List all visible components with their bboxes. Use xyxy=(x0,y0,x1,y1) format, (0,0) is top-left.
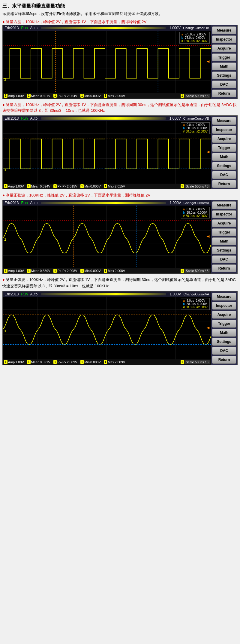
osc1-measure-button[interactable]: Measure xyxy=(212,26,236,34)
osc2-cursor-info: a0.0us2.000V b30.0us0.000V # 30.0us#2.00… xyxy=(181,122,210,134)
osc3-inspector-button[interactable]: Inspector xyxy=(212,210,236,218)
svg-text:1: 1 xyxy=(4,238,7,242)
osc2-footer-mean: 1 Mean 0.594V xyxy=(27,184,50,188)
osc3-dac-button[interactable]: DAC xyxy=(212,255,236,263)
osc2-bullet-container: ● 测量方波，100KHz，峰峰值 2V，直流偏移 1V，下面是垂直测量，测得周… xyxy=(2,102,238,114)
osc3-header: Eric2013 Run Auto 1.000V ChangeCursorVA xyxy=(3,200,211,206)
osc2-footer-min: 1 Min 0.000V xyxy=(80,184,101,188)
osc3-label: Eric2013 xyxy=(4,201,19,205)
osc4-pkpk-val: 2.009V xyxy=(67,360,77,364)
osc2-waveform-svg: 1 ◄ xyxy=(3,121,211,184)
osc4-cursor-info: a8.0us2.000V b38.0us0.000V # 30.0us#2.00… xyxy=(181,298,210,310)
osc1-math-button[interactable]: Math xyxy=(212,63,236,70)
svg-text:1: 1 xyxy=(4,168,7,172)
osc1-voltage: 1.000V xyxy=(169,26,181,30)
osc1-footer: 1 Amp 1.00V 1 Mean 0.601V 1 Pk-Pk 2.054V… xyxy=(3,93,211,99)
osc4-acquire-button[interactable]: Acquire xyxy=(212,311,236,319)
osc2-acquire-button[interactable]: Acquire xyxy=(212,135,236,143)
osc1-return-button[interactable]: Return xyxy=(212,90,236,97)
osc2-footer-max: 1 Max 2.015V xyxy=(104,184,125,188)
osc4-measure-button[interactable]: Measure xyxy=(212,293,236,301)
osc1-footer-min: 1 Min 0.000V xyxy=(80,94,101,98)
osc4-cur-b-volt: 0.000V xyxy=(197,302,207,306)
osc4-cur-delta-volt: #2.000V xyxy=(196,306,208,309)
osc1-screen-area: Eric2013 Run Auto 1.000V ChangeCursorHB xyxy=(3,25,211,99)
osc2-measure-button[interactable]: Measure xyxy=(212,117,236,125)
osc1-acquire-button[interactable]: Acquire xyxy=(212,44,236,52)
osc2-math-button[interactable]: Math xyxy=(212,153,236,161)
osc4-return-button[interactable]: Return xyxy=(212,356,236,364)
osc4-cur-b-time: 38.0us xyxy=(187,302,196,306)
osc3-cur-a-volt: 2.000V xyxy=(196,208,205,211)
osc2-buttons: Measure Inspector Acquire Trigger Math S… xyxy=(211,116,237,189)
osc1-settings-button[interactable]: Settings xyxy=(212,72,236,79)
osc4-mean-val: 0.591V xyxy=(40,360,50,364)
osc3-settings-button[interactable]: Settings xyxy=(212,246,236,254)
osc3-acquire-button[interactable]: Acquire xyxy=(212,219,236,227)
osc1-cur-a-volt: 2.000V xyxy=(197,33,206,36)
osc4-timebar xyxy=(41,293,166,295)
osc1-footer-chlabel: 1 Amp 1.00V xyxy=(4,94,24,98)
osc2-cur-delta: # 30.0us xyxy=(183,130,194,133)
osc1-footer-mean: 1 Mean 0.601V xyxy=(27,94,50,98)
osc4-screen-area: Eric2013 Run Auto 1.000V ChangeCursorVA xyxy=(3,291,211,365)
osc1-buttons: Measure Inspector Acquire Trigger Math S… xyxy=(211,25,237,99)
osc1-trigger-button[interactable]: Trigger xyxy=(212,53,236,61)
osc3-return-button[interactable]: Return xyxy=(212,264,236,272)
osc1-inspector-button[interactable]: Inspector xyxy=(212,35,236,43)
osc3-measure-button[interactable]: Measure xyxy=(212,201,236,209)
osc2-voltage: 1.000V xyxy=(170,116,181,121)
osc2-return-button[interactable]: Return xyxy=(212,180,236,188)
osc1-bullet-text: 测量方波，100KHz，峰峰值 2V，直流偏移 1V，下面是水平测量，测得峰峰值… xyxy=(6,20,146,24)
osc4-math-button[interactable]: Math xyxy=(212,329,236,337)
osc4-dac-button[interactable]: DAC xyxy=(212,347,236,355)
osc3-waveform-screen: 1 ◄ a8.0us2.000V b38.0us0.000V # 30.0us#… xyxy=(3,206,211,268)
osc2-trigger-button[interactable]: Trigger xyxy=(212,144,236,152)
osc1-mean-val: 0.601V xyxy=(40,94,50,98)
osc3-cursor-mode: ChangeCursorVA xyxy=(184,201,209,205)
osc2-mode: Auto xyxy=(30,116,38,121)
osc1-waveform-screen: 1 ◄ a-75.0us2.000V b75.0us0.000V # 150.0… xyxy=(3,31,211,93)
osc4-cur-a-volt: 2.000V xyxy=(196,299,205,302)
osc1-cursor-mode: ChangeCursorHB xyxy=(183,26,209,30)
osc2-mean-val: 0.594V xyxy=(40,185,50,188)
osc1-max-val: 2.054V xyxy=(115,94,125,98)
osc2-pkpk-val: 2.015V xyxy=(67,185,77,188)
osc4-buttons: Measure Inspector Acquire Trigger Math S… xyxy=(211,291,237,365)
osc4-trigger-button[interactable]: Trigger xyxy=(212,320,236,328)
section-title: 三、水平测量和垂直测量功能 xyxy=(2,3,238,9)
osc3-max-val: 2.008V xyxy=(115,269,125,273)
osc2-footer-chlabel: 1 Amp 1.00V xyxy=(4,184,24,188)
osc2-max-val: 2.015V xyxy=(115,185,125,188)
osc2-dac-button[interactable]: DAC xyxy=(212,171,236,179)
osc1-footer-max: 1 Max 2.054V xyxy=(104,94,125,98)
osc4-cursor-mode: ChangeCursorVA xyxy=(184,292,209,296)
osc3-bullet-text: 测量正弦波，100KHz，峰峰值 2V，直流偏移 1V，下面是水平测量，测得峰峰… xyxy=(6,193,150,197)
osc2-cur-a-time: 0.0us xyxy=(187,123,194,127)
osc3-footer-chlabel: 1 Amp 1.00V xyxy=(4,269,24,273)
osc4-cur-delta: # 30.0us xyxy=(183,306,194,309)
osc2-settings-button[interactable]: Settings xyxy=(212,162,236,170)
osc4-inspector-button[interactable]: Inspector xyxy=(212,302,236,310)
osc4-settings-button[interactable]: Settings xyxy=(212,338,236,346)
osc2-timebar xyxy=(41,117,166,120)
osc2-inspector-button[interactable]: Inspector xyxy=(212,126,236,134)
osc3-cur-b-time: 38.0us xyxy=(187,211,196,214)
osc3-cur-a-time: 8.0us xyxy=(187,208,194,211)
osc3-pkpk-val: 2.008V xyxy=(67,269,77,273)
osc4-footer-pkpk: 1 Pk-Pk 2.009V xyxy=(53,360,77,364)
osc2-label: Eric2013 xyxy=(4,116,19,121)
osc1-dac-button[interactable]: DAC xyxy=(212,81,236,88)
osc4-status: Run xyxy=(21,292,28,296)
svg-text:1: 1 xyxy=(4,78,7,81)
oscilloscope-2: Eric2013 Run Auto 1.000V ChangeCursorVB xyxy=(2,115,238,189)
osc4-footer-mean: 1 Mean 0.591V xyxy=(27,360,50,364)
osc3-math-button[interactable]: Math xyxy=(212,237,236,245)
osc1-cursor-info: a-75.0us2.000V b75.0us0.000V # 150.0us#2… xyxy=(179,32,210,44)
osc2-screen-area: Eric2013 Run Auto 1.000V ChangeCursorVB xyxy=(3,116,211,189)
osc3-trigger-button[interactable]: Trigger xyxy=(212,228,236,236)
osc2-cur-a-volt: 2.000V xyxy=(196,123,205,127)
osc1-timebar xyxy=(41,27,166,29)
osc4-min-val: 0.000V xyxy=(90,360,101,364)
osc2-waveform-screen: 1 ◄ a0.0us2.000V b30.0us0.000V # 30.0us#… xyxy=(3,121,211,184)
